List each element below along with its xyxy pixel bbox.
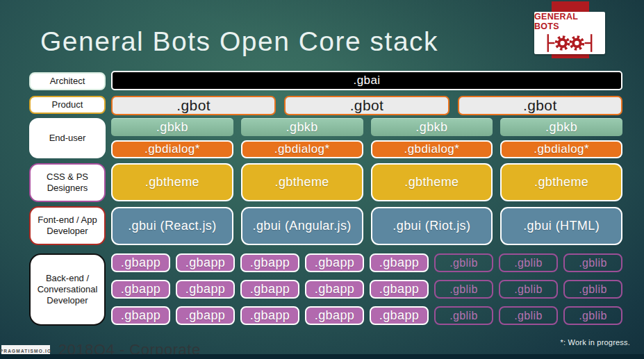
row-label-end-user: End-user xyxy=(29,118,106,158)
gbapp-box: .gbapp xyxy=(305,253,364,272)
gbot-box: .gbot xyxy=(111,96,276,115)
gbai-label: .gbai xyxy=(113,72,621,89)
gbtheme-box: .gbtheme xyxy=(371,163,493,201)
gbapp-box: .gbapp xyxy=(176,280,235,299)
gblib-box: .gblib xyxy=(499,306,558,325)
gblib-box: .gblib xyxy=(434,306,493,325)
bottom-edge-strip xyxy=(0,354,644,359)
gbapp-box: .gbapp xyxy=(111,306,170,325)
gbapp-box: .gbapp xyxy=(370,280,429,299)
page-title: General Bots Open Core stack xyxy=(40,28,438,55)
gbot-row: .gbot .gbot .gbot xyxy=(111,96,622,115)
gbkb-box: .gbkb xyxy=(500,118,622,136)
gbai-bar: .gbai xyxy=(111,71,622,90)
gbdialog-box: .gbdialog* xyxy=(500,140,622,158)
gbapp-box: .gbapp xyxy=(305,280,364,299)
gbkb-box: .gbkb xyxy=(241,118,363,136)
gbapp-box: .gbapp xyxy=(305,306,364,325)
gblib-box: .gblib xyxy=(499,280,558,299)
gbapp-box: .gbapp xyxy=(240,253,299,272)
row-label-css-ps-designers: CSS & PS Designers xyxy=(29,163,106,202)
gbapp-box: .gbapp xyxy=(370,253,429,272)
gblib-box: .gblib xyxy=(434,280,493,299)
gbapp-box: .gbapp xyxy=(111,253,170,272)
brand-name: GENERAL BOTS xyxy=(534,12,605,31)
gbkb-box: .gbkb xyxy=(371,118,493,136)
gbdialog-row: .gbdialog* .gbdialog* .gbdialog* .gbdial… xyxy=(111,140,622,158)
gbdialog-box: .gbdialog* xyxy=(371,140,493,158)
gbdialog-box: .gbdialog* xyxy=(111,140,233,158)
gbtheme-box: .gbtheme xyxy=(241,163,363,201)
gbui-row: .gbui (React.js) .gbui (Angular.js) .gbu… xyxy=(111,207,622,245)
gbdialog-box: .gbdialog* xyxy=(241,140,363,158)
gblib-box: .gblib xyxy=(499,253,558,272)
gears-icon xyxy=(539,32,600,54)
gbtheme-box: .gbtheme xyxy=(500,163,622,201)
work-in-progress-footnote: *: Work in progress. xyxy=(561,338,630,347)
gbapp-box: .gbapp xyxy=(176,306,235,325)
gbtheme-row: .gbtheme .gbtheme .gbtheme .gbtheme xyxy=(111,163,622,201)
row-label-backend-conversational-developer: Back-end / Conversational Developer xyxy=(29,253,106,326)
gbkb-row: .gbkb .gbkb .gbkb .gbkb xyxy=(111,118,622,136)
row-label-frontend-app-developer: Font-end / App Developer xyxy=(29,206,106,245)
gblib-box: .gblib xyxy=(563,280,622,299)
gbkb-box: .gbkb xyxy=(111,118,233,136)
gbui-riot-box: .gbui (Riot.js) xyxy=(371,207,493,245)
gbui-html-box: .gbui (HTML) xyxy=(500,207,622,245)
gbui-angular-box: .gbui (Angular.js) xyxy=(241,207,363,245)
gbapp-box: .gbapp xyxy=(240,306,299,325)
gbapp-gblib-row: .gbapp .gbapp .gbapp .gbapp .gbapp .gbli… xyxy=(111,306,622,325)
gbot-box: .gbot xyxy=(284,96,449,115)
gblib-box: .gblib xyxy=(434,253,493,272)
gbapp-box: .gbapp xyxy=(240,280,299,299)
gbtheme-box: .gbtheme xyxy=(111,163,233,201)
gbot-box: .gbot xyxy=(458,96,622,115)
slide-background: General Bots Open Core stack GENERAL BOT… xyxy=(0,0,644,359)
row-label-product: Product xyxy=(29,96,106,114)
gbui-react-box: .gbui (React.js) xyxy=(111,207,233,245)
brand-logo: GENERAL BOTS xyxy=(534,12,605,54)
gblib-box: .gblib xyxy=(563,306,622,325)
gblib-box: .gblib xyxy=(563,253,622,272)
gbapp-gblib-row: .gbapp .gbapp .gbapp .gbapp .gbapp .gbli… xyxy=(111,280,622,299)
gbapp-box: .gbapp xyxy=(176,253,235,272)
row-label-architect: Architect xyxy=(29,72,106,90)
gbapp-box: .gbapp xyxy=(370,306,429,325)
gbapp-gblib-row: .gbapp .gbapp .gbapp .gbapp .gbapp .gbli… xyxy=(111,253,622,272)
gbapp-box: .gbapp xyxy=(111,280,170,299)
